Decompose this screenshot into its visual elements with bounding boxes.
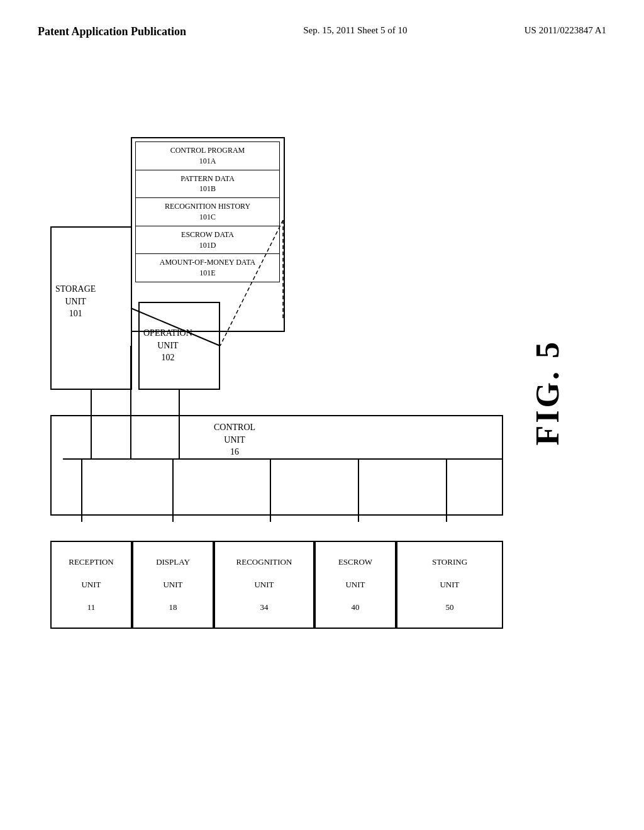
operation-unit-label: OPERATION UNIT 102 bbox=[143, 327, 192, 364]
sheet-info: Sep. 15, 2011 Sheet 5 of 10 bbox=[303, 25, 407, 36]
control-unit-label: CONTROL UNIT 16 bbox=[214, 421, 255, 458]
figure-label: FIG. 5 bbox=[529, 340, 566, 445]
storage-content-pattern-data: PATTERN DATA 101B bbox=[135, 170, 280, 199]
storage-content-escrow-data: ESCROW DATA 101D bbox=[135, 226, 280, 255]
child-units-row: RECEPTION UNIT 11 DISPLAY UNIT 18 RECOGN… bbox=[50, 541, 503, 629]
patent-number: US 2011/0223847 A1 bbox=[525, 25, 606, 36]
control-unit-box bbox=[50, 415, 503, 516]
reception-unit-box: RECEPTION UNIT 11 bbox=[50, 541, 132, 629]
storage-contents-list: CONTROL PROGRAM 101A PATTERN DATA 101B R… bbox=[135, 141, 280, 282]
storage-content-control-program: CONTROL PROGRAM 101A bbox=[135, 141, 280, 170]
storage-content-amount-data: AMOUNT-OF-MONEY DATA 101E bbox=[135, 253, 280, 282]
storage-unit-label: STORAGE UNIT 101 bbox=[55, 283, 96, 320]
diagram-area: CONTROL PROGRAM 101A PATTERN DATA 101B R… bbox=[38, 101, 579, 761]
page-header: Patent Application Publication Sep. 15, … bbox=[0, 0, 644, 38]
recognition-unit-box: RECOGNITION UNIT 34 bbox=[214, 541, 314, 629]
storing-unit-box: STORING UNIT 50 bbox=[396, 541, 503, 629]
storage-content-recognition-history: RECOGNITION HISTORY 101C bbox=[135, 197, 280, 226]
display-unit-box: DISPLAY UNIT 18 bbox=[132, 541, 214, 629]
escrow-unit-box: ESCROW UNIT 40 bbox=[314, 541, 396, 629]
publication-label: Patent Application Publication bbox=[38, 25, 186, 38]
